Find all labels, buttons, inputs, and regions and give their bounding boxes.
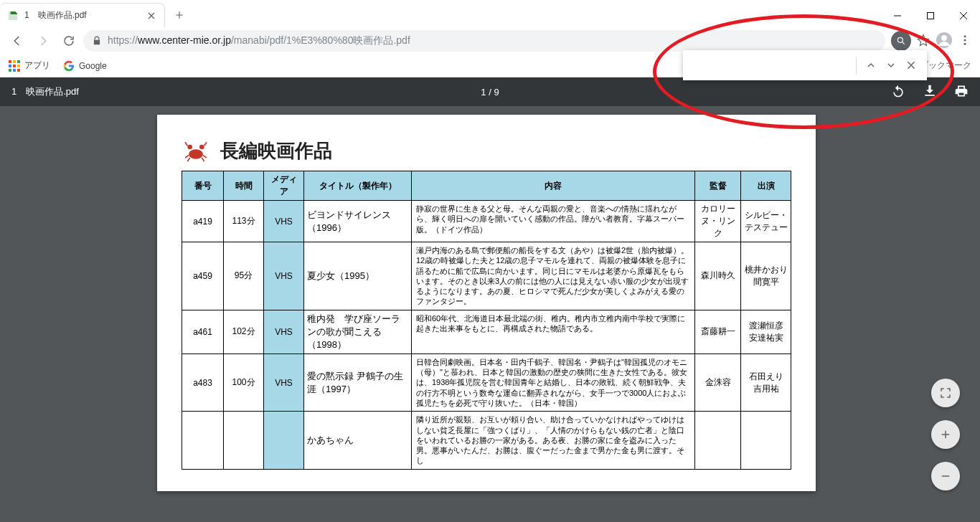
cell-desc: 隣り近所が親類、お互いが頼り合い、助け合っていかなければやってゆけはしない貧乏長… xyxy=(412,412,695,469)
table-row: かあちゃん隣り近所が親類、お互いが頼り合い、助け合っていかなければやってゆけはし… xyxy=(182,412,791,469)
lock-icon xyxy=(92,36,102,46)
cell-num: a459 xyxy=(182,242,224,310)
forward-button[interactable] xyxy=(32,29,55,52)
pdf-favicon xyxy=(7,10,19,22)
svg-point-7 xyxy=(189,149,203,158)
svg-point-8 xyxy=(187,145,192,150)
cell-media xyxy=(264,412,304,469)
th-cast: 出演 xyxy=(741,171,791,201)
th-media: メディア xyxy=(264,171,304,201)
cell-num xyxy=(182,412,224,469)
th-num: 番号 xyxy=(182,171,224,201)
tab-title: 1 映画作品.pdf xyxy=(24,9,140,22)
bookmark-star-icon[interactable] xyxy=(917,34,930,49)
menu-button[interactable] xyxy=(958,34,971,49)
cell-num: a483 xyxy=(182,353,224,411)
reload-button[interactable] xyxy=(57,29,80,52)
pdf-fit-button[interactable] xyxy=(931,379,960,407)
find-prev-button[interactable] xyxy=(861,55,881,75)
cell-media: VHS xyxy=(264,310,304,353)
cell-title: かあちゃん xyxy=(304,412,412,469)
cell-media: VHS xyxy=(264,242,304,310)
find-in-page-bar xyxy=(683,50,927,80)
cell-cast: 石田えり吉用祐 xyxy=(741,353,791,411)
back-button[interactable] xyxy=(6,29,29,52)
find-close-button[interactable] xyxy=(901,55,921,75)
table-row: a483100分VHS愛の黙示録 尹鶴子の生涯（1997）日韓合同劇映画。日本名… xyxy=(182,353,791,411)
apps-shortcut[interactable]: アプリ xyxy=(9,60,50,72)
url-text: https://www.center-mie.or.jp/manabi/pdf/… xyxy=(108,34,410,47)
th-director: 監督 xyxy=(695,171,741,201)
tab-close-icon[interactable] xyxy=(146,10,157,22)
th-desc: 内容 xyxy=(412,171,695,201)
svg-point-3 xyxy=(941,35,947,41)
cell-cast: シルビー・テステュー xyxy=(741,201,791,242)
pdf-page: 長編映画作品 番号 時間 メディア タイトル（製作年） 内容 監督 出演 a41… xyxy=(157,115,816,491)
cell-time xyxy=(224,412,264,469)
find-input[interactable] xyxy=(693,50,852,80)
cell-time: 113分 xyxy=(224,201,264,242)
window-maximize[interactable] xyxy=(914,4,947,27)
pdf-zoom-out-button[interactable] xyxy=(931,462,960,490)
cell-director: 斎藤耕一 xyxy=(695,310,741,353)
profile-avatar[interactable] xyxy=(936,32,953,51)
find-next-button[interactable] xyxy=(881,55,901,75)
cell-title: 愛の黙示録 尹鶴子の生涯（1997） xyxy=(304,353,412,411)
bookmark-label: Google xyxy=(79,61,107,71)
cell-desc: 静寂の世界に生きる父と母。そんな両親の愛と、音楽への情熱に揺れながら、輝く明日へ… xyxy=(412,201,695,242)
cell-director: 金洙容 xyxy=(695,353,741,411)
cell-director: 森川時久 xyxy=(695,242,741,310)
svg-point-1 xyxy=(897,37,903,42)
cell-media: VHS xyxy=(264,201,304,242)
window-close[interactable] xyxy=(947,4,980,27)
svg-point-5 xyxy=(964,39,966,41)
divider xyxy=(856,57,857,74)
table-row: a461102分VHS稚内発 学び座ソーランの歌が聞こえる（1998）昭和60年… xyxy=(182,310,791,353)
cell-time: 95分 xyxy=(224,242,264,310)
pdf-print-button[interactable] xyxy=(954,84,969,100)
window-minimize[interactable] xyxy=(881,4,914,27)
find-indicator-icon[interactable] xyxy=(891,31,911,51)
th-time: 時間 xyxy=(224,171,264,201)
cell-desc: 日韓合同劇映画。日本名・田内千鶴子、韓国名・尹鶴子は"韓国孤児のオモニ（母）"と… xyxy=(412,353,695,411)
window-titlebar: 1 映画作品.pdf xyxy=(0,0,980,27)
cell-title: 稚内発 学び座ソーランの歌が聞こえる（1998） xyxy=(304,310,412,353)
apps-label: アプリ xyxy=(24,60,50,72)
cell-time: 102分 xyxy=(224,310,264,353)
pdf-toolbar: 1 映画作品.pdf 1 / 9 xyxy=(0,77,980,106)
th-title: タイトル（製作年） xyxy=(304,171,412,201)
browser-tab[interactable]: 1 映画作品.pdf xyxy=(0,3,165,27)
svg-rect-0 xyxy=(928,13,934,19)
bookmark-google[interactable]: Google xyxy=(63,60,107,72)
pdf-viewport[interactable]: 長編映画作品 番号 時間 メディア タイトル（製作年） 内容 監督 出演 a41… xyxy=(0,106,980,522)
table-row: a419113分VHSビヨンドサイレンス（1996）静寂の世界に生きる父と母。そ… xyxy=(182,201,791,242)
google-icon xyxy=(63,60,75,72)
cell-time: 100分 xyxy=(224,353,264,411)
address-bar[interactable]: https://www.center-mie.or.jp/manabi/pdf/… xyxy=(83,30,885,52)
cell-title: ビヨンドサイレンス（1996） xyxy=(304,201,412,242)
cell-desc: 昭和60年代、北海道日本最北端の街、稚内。稚内市立稚内南中学校で実際に起きた出来… xyxy=(412,310,695,353)
pdf-zoom-in-button[interactable] xyxy=(931,420,960,449)
cell-cast: 渡瀬恒彦安達祐実 xyxy=(741,310,791,353)
cell-cast: 桃井かおり間寛平 xyxy=(741,242,791,310)
cell-num: a419 xyxy=(182,201,224,242)
table-header-row: 番号 時間 メディア タイトル（製作年） 内容 監督 出演 xyxy=(182,171,791,201)
cell-director xyxy=(695,412,741,469)
pdf-download-button[interactable] xyxy=(923,84,937,100)
svg-point-6 xyxy=(964,42,966,44)
cell-director: カロリーヌ・リンク xyxy=(695,201,741,242)
svg-point-9 xyxy=(199,145,204,150)
table-row: a45995分VHS夏少女（1995）瀬戸内海のある島で郵便船の船長をする文（あ… xyxy=(182,242,791,310)
cell-cast xyxy=(741,412,791,469)
cell-title: 夏少女（1995） xyxy=(304,242,412,310)
new-tab-button[interactable] xyxy=(169,5,189,25)
movies-table: 番号 時間 メディア タイトル（製作年） 内容 監督 出演 a419113分VH… xyxy=(182,171,791,470)
pdf-page-indicator[interactable]: 1 / 9 xyxy=(481,87,499,98)
crab-icon xyxy=(182,136,210,165)
window-controls xyxy=(881,4,980,27)
apps-icon xyxy=(9,60,20,72)
cell-media: VHS xyxy=(264,353,304,411)
document-heading: 長編映画作品 xyxy=(220,138,332,163)
pdf-rotate-button[interactable] xyxy=(891,84,905,100)
svg-point-4 xyxy=(964,35,966,37)
